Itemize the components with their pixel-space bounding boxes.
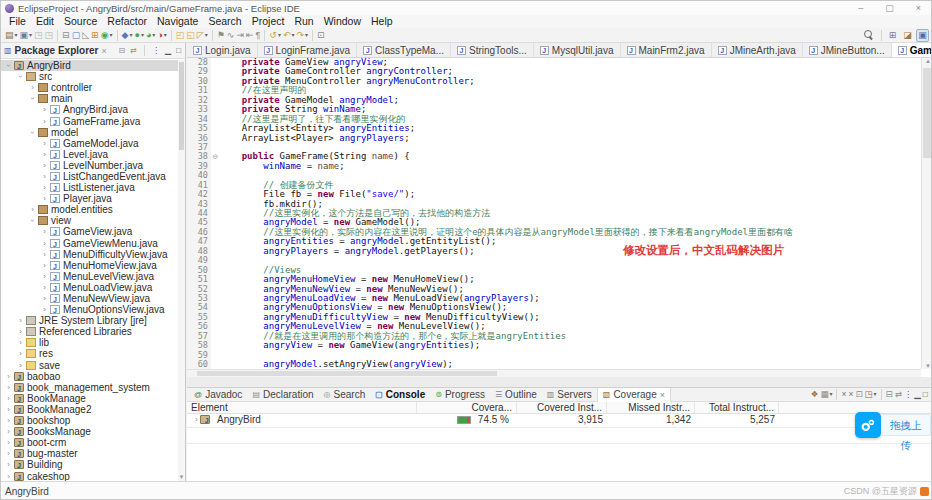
import-icon[interactable]: ◱	[185, 29, 196, 42]
minimize-view-icon[interactable]: ▁	[164, 44, 172, 57]
tree-item[interactable]: ›MenuLevelView.java	[1, 271, 179, 282]
bottom-tab-coverage[interactable]: ▧Coverage×	[597, 388, 671, 402]
new-icon[interactable]: ▤▾	[4, 29, 19, 42]
tree-item[interactable]: ›JRE System Library [jre]	[1, 315, 179, 326]
bottom-tab-console[interactable]: ▢Console	[370, 388, 430, 402]
tree-item[interactable]: ›Level.java	[1, 149, 179, 160]
debug-icon[interactable]: ◆▾	[121, 29, 134, 42]
new-wizard-icon[interactable]: ▣▾	[19, 29, 34, 42]
export-session-icon[interactable]: ◳▾	[864, 388, 878, 401]
tree-item[interactable]: ›res	[1, 348, 179, 359]
forward-icon[interactable]: ↷▾	[295, 29, 309, 42]
import-session-icon[interactable]: ⊡	[854, 388, 863, 401]
expander-icon[interactable]: ›	[40, 250, 49, 259]
fold-marker-icon[interactable]: ⊖	[211, 153, 220, 161]
tree-item[interactable]: ›lib	[1, 337, 179, 348]
back-icon[interactable]: ↶▾	[282, 29, 296, 42]
expander-icon[interactable]: ›	[4, 394, 13, 403]
expander-icon[interactable]: ›	[40, 117, 49, 126]
column-header-missed[interactable]: Missed Instr...	[607, 402, 695, 413]
maximize-view-icon[interactable]: □	[922, 388, 929, 401]
expander-icon[interactable]: ›	[40, 172, 49, 181]
menu-item-project[interactable]: Project	[247, 15, 290, 28]
tree-item[interactable]: ›GameFrame.java	[1, 115, 179, 126]
expander-icon[interactable]: ›	[28, 94, 37, 103]
expander-icon[interactable]: ›	[40, 183, 49, 192]
tree-item[interactable]: ›MenuLoadView.java	[1, 282, 179, 293]
bottom-tab-progress[interactable]: ⊚Progress	[430, 388, 490, 402]
link-with-editor-icon[interactable]: ⇄	[129, 44, 138, 57]
editor-tab[interactable]: JStringTools...	[451, 43, 534, 57]
tree-item[interactable]: ›BookManage	[1, 393, 179, 404]
open-editor-icon[interactable]: ⊡	[316, 29, 326, 42]
column-header-total[interactable]: Total Instruct...	[695, 402, 779, 413]
expander-icon[interactable]: ›	[4, 383, 13, 392]
close-icon[interactable]: ×	[102, 46, 107, 56]
tree-item[interactable]: ›BooksManage	[1, 426, 179, 437]
tree-item[interactable]: ›save	[1, 360, 179, 371]
tree-item[interactable]: ›MenuOptionsView.java	[1, 304, 179, 315]
remove-session-icon[interactable]: ×	[840, 388, 847, 401]
bottom-tab-search[interactable]: ◎Search	[319, 388, 371, 402]
scrollbar-thumb[interactable]	[197, 371, 497, 376]
editor-horizontal-scrollbar[interactable]	[187, 369, 921, 377]
save-icon[interactable]: ◳	[33, 29, 44, 42]
column-header-covered[interactable]: Covered Inst...	[517, 402, 607, 413]
collapse-all-icon[interactable]: ⊟	[118, 44, 127, 57]
tree-item[interactable]: ›ListListener.java	[1, 182, 179, 193]
tree-item[interactable]: ›ListChangedEvent.java	[1, 171, 179, 182]
column-header-element[interactable]: Element	[187, 402, 417, 413]
scrollbar-thumb[interactable]	[923, 68, 932, 158]
minimize-view-icon[interactable]: ▁	[913, 388, 922, 401]
editor-vertical-scrollbar[interactable]: ▲ ▼	[921, 58, 932, 369]
expander-icon[interactable]: ›	[28, 205, 37, 214]
open-perspective-icon[interactable]: ⊞	[886, 29, 899, 42]
print-icon[interactable]: ⊟	[61, 29, 71, 42]
tree-item[interactable]: ›controller	[1, 82, 179, 93]
scroll-up-icon[interactable]: ▲	[922, 58, 932, 64]
expander-icon[interactable]: ›	[4, 416, 13, 425]
bottom-tab-servers[interactable]: ▥Servers	[542, 388, 597, 402]
scroll-down-icon[interactable]: ▼	[178, 474, 185, 480]
perspective-resource-icon[interactable]: ◪	[901, 29, 914, 42]
menu-item-search[interactable]: Search	[203, 15, 246, 28]
expander-icon[interactable]: ›	[28, 128, 37, 137]
search-toolbar-icon[interactable]: ⚑	[216, 29, 226, 42]
expander-icon[interactable]: ›	[4, 427, 13, 436]
explorer-scrollbar[interactable]: ▼	[178, 60, 185, 481]
tree-item[interactable]: ›main	[1, 93, 179, 104]
last-edit-icon[interactable]: ↺▾	[268, 29, 282, 42]
perspective-java-icon[interactable]: ▣	[916, 29, 929, 42]
expander-icon[interactable]: ›	[40, 272, 49, 281]
dump-execution-icon[interactable]: ❖	[810, 388, 820, 401]
save-all-icon[interactable]: ◳	[44, 29, 55, 42]
select-tool-icon[interactable]: ◺	[81, 29, 90, 42]
tree-item[interactable]: ›bookshop	[1, 415, 179, 426]
open-folder-icon[interactable]: ◰	[175, 29, 186, 42]
code-editor[interactable]: 28 private GameView angryView;29 private…	[187, 58, 921, 369]
tree-item[interactable]: ›book_management_system	[1, 382, 179, 393]
expander-icon[interactable]: ›	[4, 449, 13, 458]
expander-icon[interactable]: ›	[28, 216, 37, 225]
view-menu-icon[interactable]: ⋮	[903, 388, 914, 401]
tree-item[interactable]: ›model	[1, 127, 179, 138]
package-explorer-title[interactable]: Package Explorer	[15, 45, 99, 56]
netdisk-logo-icon[interactable]	[855, 412, 881, 438]
tree-item[interactable]: ›model.entities	[1, 204, 179, 215]
expander-icon[interactable]: ›	[191, 415, 199, 424]
menu-item-source[interactable]: Source	[59, 15, 102, 28]
pin-editor-icon[interactable]: ¶	[254, 29, 261, 42]
column-header-coverage[interactable]: Covera...	[417, 402, 517, 413]
mark-occurrences-icon[interactable]: ∿	[226, 29, 236, 42]
prev-annotation-icon[interactable]: ⇤	[245, 29, 255, 42]
menu-item-help[interactable]: Help	[366, 15, 398, 28]
tree-item[interactable]: ›boot-crm	[1, 437, 179, 448]
editor-tab[interactable]: JClassTypeMa...	[357, 43, 451, 57]
minimize-icon[interactable]: –	[858, 3, 863, 13]
tree-item[interactable]: ›GameView.java	[1, 226, 179, 237]
expander-icon[interactable]: ›	[16, 349, 25, 358]
tree-item[interactable]: ›BookManage2	[1, 404, 179, 415]
expander-icon[interactable]: ›	[40, 294, 49, 303]
next-annotation-icon[interactable]: ⇥	[235, 29, 245, 42]
expander-icon[interactable]: ›	[4, 438, 13, 447]
